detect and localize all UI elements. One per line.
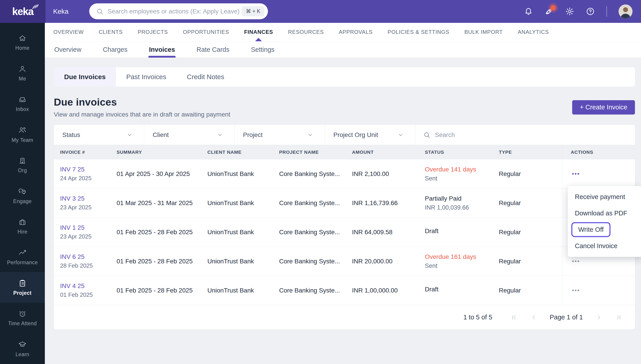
write-off-highlight[interactable]: Write Off <box>571 222 610 237</box>
amount-cell: INR 20,000.00 <box>352 258 425 265</box>
status-line1: Overdue 161 days <box>425 253 499 260</box>
row-actions-menu-button[interactable] <box>571 287 580 294</box>
subtab-overview[interactable]: Overview <box>54 42 82 58</box>
table-search-input[interactable]: Search <box>415 125 635 145</box>
sidebar-item-inbox[interactable]: Inbox <box>0 88 45 119</box>
status-line2: Sent <box>425 262 499 270</box>
primary-nav: OVERVIEW CLIENTS PROJECTS OPPORTUNITIES … <box>45 23 641 42</box>
status-line1: Overdue 141 days <box>425 166 499 173</box>
invoice-date: 23 Apr 2025 <box>60 233 116 240</box>
tab-resources[interactable]: RESOURCES <box>288 23 324 41</box>
help-icon[interactable] <box>586 7 595 16</box>
tab-past-invoices[interactable]: Past Invoices <box>116 67 176 86</box>
subtab-settings[interactable]: Settings <box>251 42 274 58</box>
global-search-input[interactable]: Search employees or actions (Ex: Apply L… <box>89 3 268 19</box>
tab-projects[interactable]: PROJECTS <box>138 23 168 41</box>
client-cell: UnionTrust Bank <box>208 200 279 207</box>
tab-bulk-import[interactable]: BULK IMPORT <box>464 23 503 41</box>
inbox-icon <box>18 95 27 104</box>
sidebar-item-hire[interactable]: Hire <box>0 211 45 242</box>
org-unit-filter-dropdown[interactable]: Project Org Unit <box>325 125 415 145</box>
sidebar-item-time-attend[interactable]: Time Attend <box>0 303 45 334</box>
tab-credit-notes[interactable]: Credit Notes <box>177 67 235 86</box>
sidebar-item-me[interactable]: Me <box>0 58 45 89</box>
chevron-down-icon <box>127 132 132 138</box>
subtab-invoices[interactable]: Invoices <box>149 42 175 58</box>
sidebar-item-home[interactable]: Home <box>0 27 45 58</box>
amount-cell: INR 1,16,739.66 <box>352 200 425 207</box>
sidebar-item-performance[interactable]: Performance <box>0 242 45 272</box>
row-actions-menu-button[interactable] <box>571 258 580 264</box>
tab-policies-settings[interactable]: POLICIES & SETTINGS <box>388 23 449 41</box>
invoice-link[interactable]: INV 7 25 <box>60 166 116 173</box>
tab-finances[interactable]: FINANCES <box>244 23 273 41</box>
sidebar-label: Hire <box>18 229 27 235</box>
project-cell: Core Banking Syste... <box>279 258 352 265</box>
app-label: Keka <box>53 8 68 15</box>
status-filter-dropdown[interactable]: Status <box>54 125 144 145</box>
col-header-status: STATUS <box>425 150 499 155</box>
search-icon <box>423 131 430 138</box>
col-header-summary: SUMMARY <box>116 150 208 155</box>
col-header-amount: AMOUNT <box>352 150 425 155</box>
type-cell: Regular <box>499 170 562 178</box>
person-icon <box>18 65 27 73</box>
gear-icon[interactable] <box>565 7 574 16</box>
sidebar: Home Me Inbox My Team Org Engage Hire P <box>0 23 45 364</box>
tab-approvals[interactable]: APPROVALS <box>339 23 373 41</box>
topbar-divider <box>606 6 607 16</box>
create-invoice-button[interactable]: + Create Invoice <box>572 100 635 114</box>
row-actions-menu-button[interactable] <box>571 171 580 177</box>
invoice-link[interactable]: INV 6 25 <box>60 253 116 260</box>
client-cell: UnionTrust Bank <box>208 228 279 236</box>
project-cell: Core Banking Syste... <box>279 170 352 178</box>
project-filter-dropdown[interactable]: Project <box>234 125 325 145</box>
keka-logo[interactable]: keka <box>0 0 46 23</box>
invoice-date: 23 Apr 2025 <box>60 204 116 211</box>
engage-icon <box>18 187 27 196</box>
tab-overview[interactable]: OVERVIEW <box>53 23 84 41</box>
status-line1: Draft <box>425 286 499 293</box>
client-filter-dropdown[interactable]: Client <box>144 125 234 145</box>
sidebar-item-learn[interactable]: Learn <box>0 333 45 364</box>
sidebar-item-org[interactable]: Org <box>0 150 45 180</box>
invoice-link[interactable]: INV 4 25 <box>60 282 116 290</box>
trend-icon <box>18 248 27 257</box>
menu-item-receive-payment[interactable]: Receive payment <box>568 189 641 205</box>
table-row: INV 7 2524 Apr 2025 01 Apr 2025 - 30 Apr… <box>54 159 635 188</box>
bell-icon[interactable] <box>524 7 533 16</box>
status-line2: INR 1,00,039.66 <box>425 204 499 211</box>
status-line1: Partially Paid <box>425 195 499 202</box>
type-cell: Regular <box>499 228 562 236</box>
subtab-charges[interactable]: Charges <box>103 42 128 58</box>
avatar[interactable] <box>618 4 632 18</box>
rocket-icon[interactable] <box>544 7 554 16</box>
first-page-button[interactable] <box>510 314 518 321</box>
invoice-link[interactable]: INV 1 25 <box>60 224 116 231</box>
tab-clients[interactable]: CLIENTS <box>99 23 123 41</box>
menu-item-download-pdf[interactable]: Download as PDF <box>568 205 641 222</box>
last-page-button[interactable] <box>615 314 622 321</box>
project-cell: Core Banking Syste... <box>279 200 352 207</box>
sidebar-label: Learn <box>16 352 29 358</box>
table-row: INV 4 2501 Feb 2025 01 Feb 2025 - 28 Feb… <box>54 276 635 305</box>
menu-item-write-off[interactable]: Write Off <box>568 222 641 238</box>
menu-item-cancel-invoice[interactable]: Cancel Invoice <box>568 238 641 254</box>
sidebar-item-my-team[interactable]: My Team <box>0 119 45 150</box>
table-row: INV 1 2523 Apr 2025 01 Feb 2025 - 28 Feb… <box>54 218 635 246</box>
sidebar-item-engage[interactable]: Engage <box>0 180 45 211</box>
invoice-tabs: Due Invoices Past Invoices Credit Notes <box>54 67 635 86</box>
sidebar-item-project[interactable]: Project <box>0 272 45 303</box>
invoice-date: 01 Feb 2025 <box>60 292 116 298</box>
next-page-button[interactable] <box>595 314 603 321</box>
tab-due-invoices[interactable]: Due Invoices <box>54 67 116 86</box>
amount-cell: INR 64,009.58 <box>352 228 425 236</box>
prev-page-button[interactable] <box>530 314 538 321</box>
tab-analytics[interactable]: ANALYTICS <box>518 23 549 41</box>
subtab-rate-cards[interactable]: Rate Cards <box>197 42 230 58</box>
briefcase-icon <box>18 218 27 226</box>
client-cell: UnionTrust Bank <box>208 258 279 265</box>
sidebar-label: Inbox <box>16 106 29 112</box>
tab-opportunities[interactable]: OPPORTUNITIES <box>183 23 229 41</box>
invoice-link[interactable]: INV 3 25 <box>60 195 116 202</box>
